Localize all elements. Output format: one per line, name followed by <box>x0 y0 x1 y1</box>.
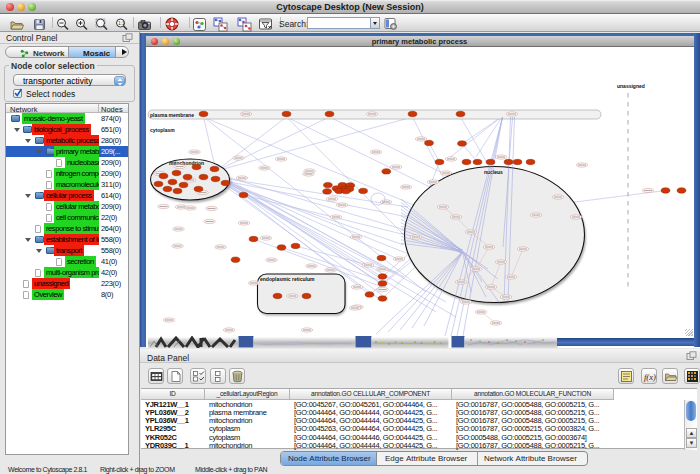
svg-text:cytoplasm: cytoplasm <box>150 127 175 133</box>
svg-text:f(x): f(x) <box>644 371 656 381</box>
svg-text:unassigned: unassigned <box>617 83 645 89</box>
svg-text:1:1: 1:1 <box>118 21 125 26</box>
svg-text:endoplasmic reticulum: endoplasmic reticulum <box>260 276 315 282</box>
svg-text:plasma membrane: plasma membrane <box>150 112 194 118</box>
svg-text:nucleus: nucleus <box>484 169 503 175</box>
